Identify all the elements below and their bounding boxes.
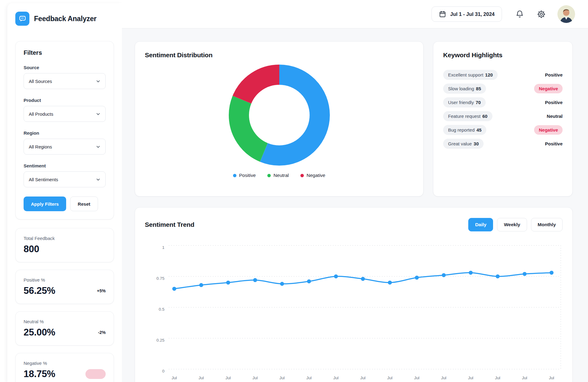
trend-data-point[interactable] <box>361 277 365 281</box>
keyword-highlights-title: Keyword Highlights <box>443 51 563 59</box>
trend-data-point[interactable] <box>415 276 419 280</box>
app-logo: Feedback Analyzer <box>7 3 122 26</box>
x-axis-tick-label: Jul <box>172 376 177 380</box>
x-axis-tick-label: Jul <box>441 376 446 380</box>
sentiment-distribution-panel: Sentiment Distribution PositiveNeutralNe… <box>135 41 424 197</box>
date-range-text: Jul 1 - Jul 31, 2024 <box>450 11 495 17</box>
keyword-pill: Slow loading85 <box>443 84 486 94</box>
stat-card-neutral: Neutral % 25.00% -2% <box>15 311 114 346</box>
stat-label: Negative % <box>24 361 106 366</box>
keyword-pill: User friendly70 <box>443 97 486 107</box>
trend-data-point[interactable] <box>172 287 176 291</box>
region-select[interactable]: All Regions <box>24 139 106 155</box>
keyword-text: Slow loading <box>448 86 474 91</box>
keyword-count: 70 <box>476 100 481 105</box>
x-axis-tick-label: Jul <box>360 376 365 380</box>
sentiment-badge-negative: Negative <box>534 84 563 93</box>
sentiment-select-value: All Sentiments <box>29 177 58 182</box>
tab-weekly[interactable]: Weekly <box>497 218 527 231</box>
stat-value: 25.00% <box>24 327 55 338</box>
x-axis-tick-label: Jul <box>522 376 527 380</box>
trend-data-point[interactable] <box>523 272 527 276</box>
y-axis-tick-label: 1 <box>162 245 164 250</box>
filters-panel: Filters Source All Sources Product All P… <box>15 41 114 219</box>
sentiment-label: Sentiment <box>24 163 106 168</box>
trend-data-point[interactable] <box>253 278 257 282</box>
keyword-pill: Feature request60 <box>443 111 492 121</box>
keyword-count: 30 <box>474 141 479 146</box>
app-title: Feedback Analyzer <box>34 15 96 23</box>
trend-data-point[interactable] <box>388 281 392 285</box>
sentiment-trend-panel: Sentiment Trend Daily Weekly Monthly 10.… <box>135 207 573 382</box>
y-axis-tick-label: 0.5 <box>159 307 164 312</box>
stat-label: Positive % <box>24 277 106 283</box>
trend-data-point[interactable] <box>334 275 338 279</box>
keyword-count: 85 <box>476 86 481 91</box>
keyword-pill: Excellent support120 <box>443 70 498 80</box>
settings-button[interactable] <box>537 10 546 19</box>
keyword-rows: Excellent support120PositiveSlow loading… <box>443 68 563 151</box>
sentiment-badge-positive: Positive <box>545 141 563 146</box>
trend-data-point[interactable] <box>280 282 284 286</box>
legend-item-negative[interactable]: Negative <box>300 173 325 178</box>
x-axis-tick-label: Jul <box>468 376 473 380</box>
keyword-row: Great value30Positive <box>443 137 563 151</box>
sentiment-distribution-title: Sentiment Distribution <box>145 51 413 59</box>
y-axis-tick-label: 0 <box>162 369 164 373</box>
apply-filters-button[interactable]: Apply Filters <box>24 197 66 211</box>
keyword-count: 60 <box>482 114 488 119</box>
chevron-down-icon <box>96 177 100 182</box>
sentiment-select[interactable]: All Sentiments <box>24 171 106 187</box>
stat-delta-badge <box>85 369 106 379</box>
chevron-down-icon <box>96 79 100 84</box>
reset-filters-button[interactable]: Reset <box>70 197 98 211</box>
keyword-count: 120 <box>485 72 493 77</box>
trend-data-point[interactable] <box>199 283 203 287</box>
tab-monthly[interactable]: Monthly <box>531 218 563 231</box>
user-avatar[interactable] <box>557 5 575 23</box>
x-axis-tick-label: Jul <box>387 376 392 380</box>
sentiment-donut-chart[interactable] <box>227 63 331 167</box>
keyword-count: 45 <box>477 127 482 133</box>
stat-value: 18.75% <box>24 369 55 380</box>
gear-icon <box>537 10 546 19</box>
trend-data-point[interactable] <box>496 275 500 279</box>
trend-data-point[interactable] <box>442 273 446 277</box>
legend-label: Negative <box>307 173 325 178</box>
product-select-value: All Products <box>29 111 53 117</box>
filters-title: Filters <box>24 49 106 56</box>
bell-icon <box>515 10 524 18</box>
source-select[interactable]: All Sources <box>24 73 106 89</box>
product-select[interactable]: All Products <box>24 106 106 122</box>
legend-dot <box>267 174 271 177</box>
sidebar: Feedback Analyzer Filters Source All Sou… <box>7 3 122 382</box>
x-axis-tick-label: Jul <box>306 376 311 380</box>
main-area: Jul 1 - Jul 31, 2024 <box>122 0 588 382</box>
trend-data-point[interactable] <box>550 271 554 275</box>
trend-data-point[interactable] <box>307 279 311 283</box>
sentiment-badge-neutral: Neutral <box>547 114 563 119</box>
keyword-row: Slow loading85Negative <box>443 82 563 96</box>
stat-value: 56.25% <box>24 285 55 296</box>
y-axis-tick-label: 0.75 <box>156 276 164 281</box>
legend-item-neutral[interactable]: Neutral <box>267 173 289 178</box>
keyword-row: Excellent support120Positive <box>443 68 563 82</box>
keyword-text: Feature request <box>448 114 481 119</box>
chevron-down-icon <box>96 144 100 149</box>
keyword-text: Bug reported <box>448 127 475 133</box>
sentiment-trend-chart[interactable]: 10.750.50.250JulJulJulJulJulJulJulJulJul… <box>145 240 563 382</box>
legend-item-positive[interactable]: Positive <box>233 173 256 178</box>
trend-data-point[interactable] <box>469 271 473 275</box>
x-axis-tick-label: Jul <box>549 376 554 380</box>
keyword-text: Excellent support <box>448 72 483 77</box>
stat-card-negative: Negative % 18.75% <box>15 353 114 382</box>
keyword-row: Feature request60Neutral <box>443 109 563 123</box>
keyword-text: Great value <box>448 141 472 146</box>
tab-daily[interactable]: Daily <box>468 218 493 231</box>
notifications-button[interactable] <box>515 10 524 18</box>
x-axis-tick-label: Jul <box>252 376 258 380</box>
trend-data-point[interactable] <box>226 281 230 285</box>
date-range-picker[interactable]: Jul 1 - Jul 31, 2024 <box>432 6 502 22</box>
sentiment-trend-title: Sentiment Trend <box>145 221 194 228</box>
donut-legend: PositiveNeutralNegative <box>145 173 413 178</box>
